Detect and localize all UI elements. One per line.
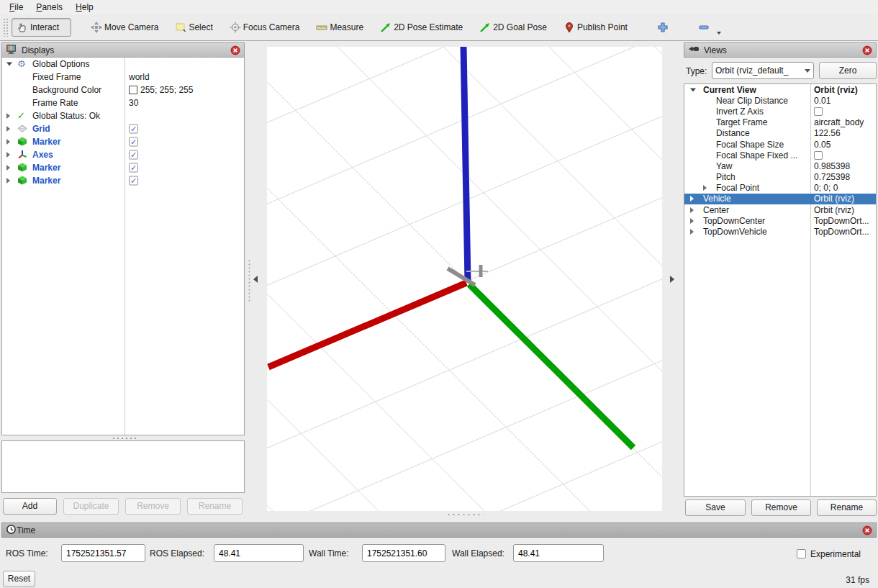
enabled-checkbox[interactable]: ✓ [129,137,138,147]
display-row-marker[interactable]: Marker✓ [2,135,244,148]
view-row-invert-z-axis[interactable]: Invert Z Axis [684,106,876,117]
display-row-marker[interactable]: Marker✓ [2,174,244,187]
expander-closed-icon[interactable] [703,185,707,191]
time-field-ros-time[interactable] [61,544,145,562]
cube-icon [17,163,28,173]
display-row-global-status-ok[interactable]: ✓Global Status: Ok [2,109,244,122]
focus-camera-icon [230,22,241,33]
row-value: Orbit (rviz) [814,85,858,95]
expander-open-icon[interactable] [690,88,696,91]
enabled-checkbox[interactable]: ✓ [129,176,138,186]
remove-button[interactable]: Remove [751,499,811,516]
tool-pose-estimate[interactable]: 2D Pose Estimate [375,18,468,37]
display-row-frame-rate[interactable]: Frame Rate30 [2,96,244,109]
experimental-checkbox[interactable] [797,549,806,558]
color-swatch[interactable] [129,86,137,94]
expander-closed-icon[interactable] [690,207,694,213]
expander-closed-icon[interactable] [6,152,10,158]
save-button[interactable]: Save [685,499,746,516]
rviz-window: { "menu": { "items": ["File", "Panels", … [0,0,878,588]
enabled-checkbox[interactable]: ✓ [129,163,138,173]
time-close-button[interactable] [861,525,872,535]
left-splitter[interactable] [248,259,251,302]
add-button[interactable]: Add [3,498,57,515]
expander-closed-icon[interactable] [6,126,10,132]
display-row-global-options[interactable]: ⚙Global Options [2,58,244,71]
view-row-vehicle[interactable]: VehicleOrbit (rviz) [684,194,876,204]
views-close-button[interactable] [861,45,872,55]
time-panel-title: Time [17,525,35,535]
view-type-combobox[interactable]: Orbit (rviz_default_ [712,62,814,79]
tool-publish-point[interactable]: Publish Point [558,18,633,37]
enabled-checkbox[interactable]: ✓ [129,125,138,134]
view-row-distance[interactable]: Distance122.56 [684,128,876,139]
collapse-left-arrow-icon[interactable] [253,276,258,283]
axes-icon [17,150,28,160]
menu-help[interactable]: Help [69,1,100,14]
display-row-marker[interactable]: Marker✓ [2,161,244,174]
row-label: Vehicle [703,194,731,204]
expander-closed-icon[interactable] [690,196,694,202]
interact-icon [17,22,28,33]
tool-goal-pose[interactable]: 2D Goal Pose [474,18,552,37]
3d-viewport[interactable] [267,47,662,511]
view-row-target-frame[interactable]: Target Frameaircraft_body [684,117,876,128]
goal-pose-icon [479,22,491,33]
view-row-center[interactable]: CenterOrbit (rviz) [684,204,876,215]
rename-button[interactable]: Rename [817,499,877,516]
tool-select[interactable]: Select [170,18,217,37]
tool-focus-camera[interactable]: Focus Camera [225,18,305,37]
chevron-down-icon [805,69,810,73]
menu-panels[interactable]: Panels [30,1,69,14]
row-label: Marker [32,176,60,186]
value-checkbox[interactable] [814,151,823,160]
reset-button[interactable]: Reset [3,571,35,587]
row-value-text: 0.985398 [814,161,850,171]
view-row-topdowncenter[interactable]: TopDownCenterTopDownOrt... [684,215,876,226]
time-field-label: ROS Time: [6,548,48,558]
collapse-right-arrow-icon[interactable] [670,276,674,283]
expander-closed-icon[interactable] [6,165,10,171]
view-row-focal-shape-fixed[interactable]: Focal Shape Fixed ... [684,150,876,160]
expander-open-icon[interactable] [6,63,12,66]
bottom-splitter-handle[interactable] [446,513,484,516]
menu-file[interactable]: File [3,1,30,14]
view-row-current-view[interactable]: Current ViewOrbit (rviz) [684,84,876,95]
display-row-fixed-frame[interactable]: Fixed Frameworld [2,71,244,83]
tool-add-tool[interactable] [652,18,674,37]
expander-closed-icon[interactable] [690,229,694,235]
row-value-text: TopDownOrt... [814,227,869,237]
displays-close-button[interactable] [230,45,240,55]
toolbar-drag-handle[interactable] [3,18,8,37]
enabled-checkbox[interactable]: ✓ [129,150,138,160]
add-tool-icon [657,22,669,33]
expander-closed-icon[interactable] [690,218,694,224]
row-value-text: 30 [129,98,138,108]
display-row-background-color[interactable]: Background Color255; 255; 255 [2,83,244,96]
expander-closed-icon[interactable] [6,139,10,145]
display-row-grid[interactable]: Grid✓ [2,122,244,135]
value-checkbox[interactable] [814,107,823,116]
tool-measure[interactable]: Measure [311,18,368,37]
move-camera-icon [91,22,102,33]
expander-closed-icon[interactable] [6,113,10,119]
view-row-pitch[interactable]: Pitch0.725398 [684,172,876,183]
time-field-wall-time[interactable] [362,544,445,562]
view-row-topdownvehicle[interactable]: TopDownVehicleTopDownOrt... [684,226,876,237]
displays-splitter-handle[interactable] [112,437,136,440]
row-value: 0.05 [814,140,831,150]
tool-move-camera[interactable]: Move Camera [86,18,163,37]
time-field-wall-elapsed[interactable] [513,544,604,562]
display-row-axes[interactable]: Axes✓ [2,148,244,161]
view-row-near-clip-distance[interactable]: Near Clip Distance0.01 [684,95,876,106]
view-row-focal-point[interactable]: Focal Point0; 0; 0 [684,183,876,194]
row-value: 0.725398 [814,172,850,182]
view-row-yaw[interactable]: Yaw0.985398 [684,160,876,171]
time-field-ros-elapsed[interactable] [214,544,304,562]
displays-panel-title: Displays [22,45,54,55]
tool-remove-tool[interactable] [693,18,715,37]
tool-interact[interactable]: Interact [12,18,71,37]
view-row-focal-shape-size[interactable]: Focal Shape Size0.05 [684,139,876,150]
expander-closed-icon[interactable] [6,178,10,184]
zero-button[interactable]: Zero [819,62,877,79]
